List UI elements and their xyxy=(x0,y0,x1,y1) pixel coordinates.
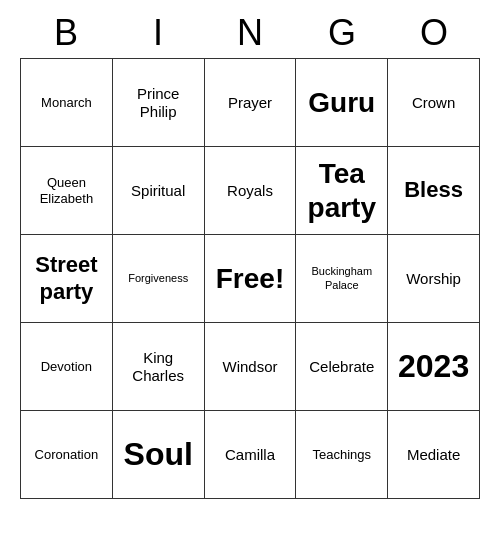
bingo-header-letter: B xyxy=(20,8,112,58)
bingo-cell-r2-c1: Forgiveness xyxy=(113,235,205,323)
bingo-cell-r0-c0: Monarch xyxy=(21,59,113,147)
bingo-cell-r4-c4: Mediate xyxy=(388,411,480,499)
bingo-cell-r2-c4: Worship xyxy=(388,235,480,323)
bingo-header: BINGO xyxy=(20,8,480,58)
bingo-cell-r2-c2: Free! xyxy=(205,235,297,323)
bingo-cell-r1-c0: Queen Elizabeth xyxy=(21,147,113,235)
bingo-cell-r1-c2: Royals xyxy=(205,147,297,235)
bingo-cell-r2-c0: Street party xyxy=(21,235,113,323)
bingo-header-letter: O xyxy=(388,8,480,58)
bingo-cell-r3-c4: 2023 xyxy=(388,323,480,411)
bingo-cell-r4-c2: Camilla xyxy=(205,411,297,499)
bingo-cell-r0-c4: Crown xyxy=(388,59,480,147)
bingo-grid: MonarchPrince PhilipPrayerGuruCrownQueen… xyxy=(20,58,480,499)
bingo-header-letter: N xyxy=(204,8,296,58)
bingo-cell-r1-c4: Bless xyxy=(388,147,480,235)
bingo-cell-r4-c3: Teachings xyxy=(296,411,388,499)
bingo-cell-r1-c3: Tea party xyxy=(296,147,388,235)
bingo-cell-r3-c1: King Charles xyxy=(113,323,205,411)
bingo-cell-r0-c3: Guru xyxy=(296,59,388,147)
bingo-cell-r3-c2: Windsor xyxy=(205,323,297,411)
bingo-cell-r4-c1: Soul xyxy=(113,411,205,499)
bingo-cell-r1-c1: Spiritual xyxy=(113,147,205,235)
bingo-header-letter: I xyxy=(112,8,204,58)
bingo-header-letter: G xyxy=(296,8,388,58)
bingo-cell-r3-c0: Devotion xyxy=(21,323,113,411)
bingo-cell-r4-c0: Coronation xyxy=(21,411,113,499)
bingo-cell-r0-c2: Prayer xyxy=(205,59,297,147)
bingo-cell-r2-c3: Buckingham Palace xyxy=(296,235,388,323)
bingo-cell-r3-c3: Celebrate xyxy=(296,323,388,411)
bingo-cell-r0-c1: Prince Philip xyxy=(113,59,205,147)
